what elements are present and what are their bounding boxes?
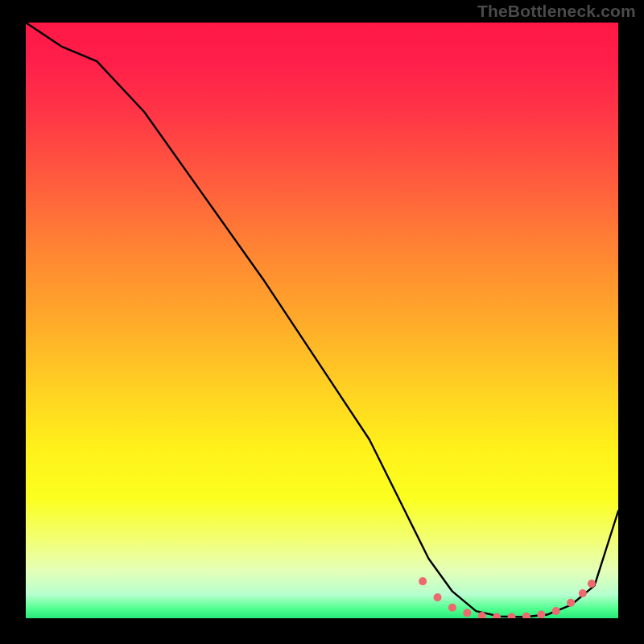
chart-stage: TheBottleneck.com	[0, 0, 644, 644]
marker-dot	[448, 604, 456, 612]
bottleneck-curve	[26, 23, 618, 617]
marker-dot	[493, 613, 501, 618]
marker-dot	[478, 612, 486, 618]
marker-dot	[508, 613, 516, 618]
watermark-text: TheBottleneck.com	[477, 2, 636, 21]
plot-area	[26, 23, 618, 618]
marker-dot	[588, 580, 596, 588]
marker-dot	[419, 577, 427, 585]
marker-dot	[567, 599, 575, 607]
marker-dot	[434, 593, 442, 601]
marker-dot	[552, 607, 560, 615]
marker-dot	[579, 589, 587, 597]
marker-dot	[463, 609, 471, 617]
marker-dot	[537, 611, 545, 618]
marker-dot	[522, 613, 530, 618]
curve-svg	[26, 23, 618, 618]
marker-dots	[419, 577, 596, 618]
